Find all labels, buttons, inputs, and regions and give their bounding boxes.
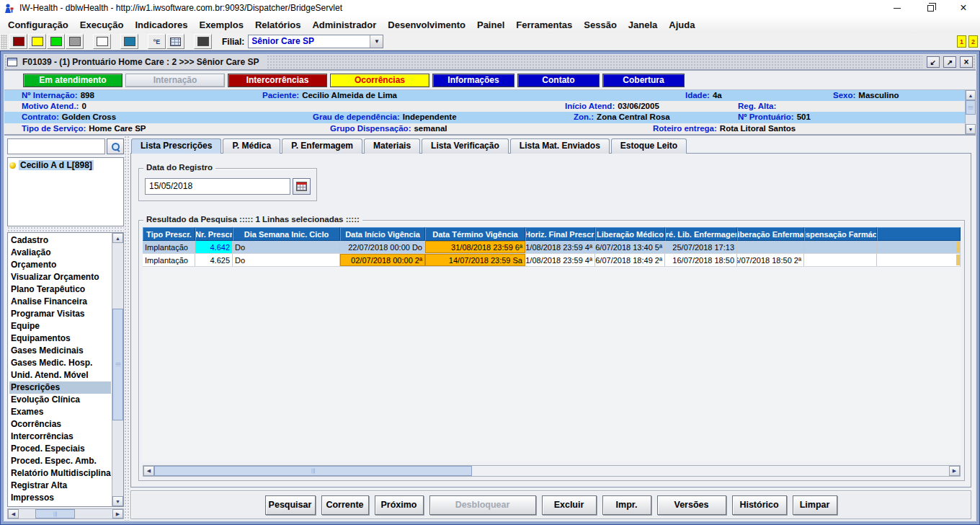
sidebar-item-instr-implantacao[interactable]: Instr. Implantação	[9, 504, 111, 506]
frame-close-button[interactable]: ×	[960, 56, 973, 68]
calendar-button[interactable]	[293, 178, 311, 195]
scroll-up-icon[interactable]: ▲	[112, 233, 123, 243]
tab-lista-prescricoes[interactable]: Lista Prescrições	[131, 138, 221, 154]
date-input[interactable]	[145, 178, 290, 195]
column-header-dia-semana-inic-ciclo[interactable]: Dia Semana Inic. Ciclo	[233, 227, 340, 241]
filial-combobox[interactable]: Sênior Care SP ▼	[248, 35, 383, 48]
sidebar-menu-scrollbar[interactable]: ▲ ▼	[112, 233, 123, 506]
sidebar-item-evolucao-clinica[interactable]: Evolução Clínica	[9, 394, 111, 406]
patient-info-scrollbar[interactable]: ▲ ▼	[965, 90, 976, 134]
tab-p-medica[interactable]: P. Médica	[223, 138, 280, 154]
sidebar-item-relatorio-multidisciplina[interactable]: Relatório Multidisciplina	[9, 467, 111, 480]
menu-janela[interactable]: Janela	[623, 18, 663, 32]
sidebar-item-impressos[interactable]: Impressos	[9, 492, 111, 504]
excluir-button[interactable]: Excluir	[542, 495, 597, 515]
sidebar-item-cadastro[interactable]: Cadastro	[9, 234, 111, 247]
sidebar-item-ocorrencias[interactable]: Ocorrências	[9, 418, 111, 431]
sidebar-item-orcamento[interactable]: Orçamento	[9, 259, 111, 271]
column-header-pre-lib-enfermagem[interactable]: Pré. Lib. Enfermagem	[665, 227, 737, 241]
toolbar-grip[interactable]	[1, 35, 7, 49]
search-button[interactable]	[107, 138, 124, 154]
tab-materiais[interactable]: Materiais	[364, 138, 420, 154]
tab-lista-verificacao[interactable]: Lista Verificação	[422, 138, 509, 154]
dark-red-swatch-button[interactable]	[9, 34, 27, 49]
pesquisar-button[interactable]: Pesquisar	[265, 495, 316, 515]
proximo-button[interactable]: Próximo	[375, 495, 424, 515]
sidebar-item-unid-atend-movel[interactable]: Unid. Atend. Móvel	[9, 369, 111, 381]
menu-painel[interactable]: Painel	[471, 18, 510, 32]
sidebar-item-prescricoes[interactable]: Prescrições	[9, 381, 111, 394]
column-header-horiz-final-prescr[interactable]: Horiz. Final Prescr.	[525, 227, 595, 241]
sidebar-item-programar-visitas[interactable]: Programar Visitas	[9, 308, 111, 320]
tab-estoque-leito[interactable]: Estoque Leito	[611, 138, 687, 154]
sidebar-splitter[interactable]	[124, 136, 130, 521]
impr-button[interactable]: Impr.	[602, 495, 651, 515]
column-header-nr-prescr[interactable]: Nr. Prescr	[195, 227, 233, 241]
minimize-button[interactable]	[881, 0, 914, 16]
close-button[interactable]: ×	[947, 0, 980, 16]
tree-item-cecilio-a-d-l-898[interactable]: Cecilio A d L[898]	[9, 160, 122, 170]
scroll-right-icon[interactable]: ▶	[112, 509, 123, 519]
table-row[interactable]: Implantação4.625Do02/07/2018 00:00 2ª14/…	[143, 254, 961, 267]
scrollbar-thumb[interactable]	[966, 100, 976, 115]
film-grid-button[interactable]	[166, 34, 184, 49]
menu-desenvolvimento[interactable]: Desenvolvimento	[382, 18, 471, 32]
sidebar-item-plano-terapeutico[interactable]: Plano Terapêutico	[9, 283, 111, 296]
menu-execucao[interactable]: Execução	[74, 18, 130, 32]
sidebar-item-intercorrencias[interactable]: Intercorrências	[9, 431, 111, 443]
frame-maximize-button[interactable]: ↗	[943, 56, 956, 68]
status-button-intercorrencias[interactable]: Intercorrências	[228, 74, 327, 87]
scroll-down-icon[interactable]: ▼	[966, 124, 976, 134]
tab-p-enfermagem[interactable]: P. Enfermagem	[282, 138, 362, 154]
column-header-tipo-prescr[interactable]: Tipo Prescr.	[143, 227, 195, 241]
menu-sessao[interactable]: Sessão	[578, 18, 623, 32]
restore-button[interactable]	[914, 0, 947, 16]
scroll-up-icon[interactable]: ▲	[966, 90, 976, 100]
scrollbar-thumb[interactable]	[154, 466, 472, 476]
scrollbar-thumb[interactable]	[112, 309, 123, 420]
internal-frame-titlebar[interactable]: F01039 - (1) Prontuário Home Care : 2 >>…	[4, 55, 976, 71]
status-button-informacoes[interactable]: Informações	[432, 74, 514, 87]
mini-button-1[interactable]: 1	[957, 35, 966, 48]
scroll-down-icon[interactable]: ▼	[112, 496, 123, 506]
sidebar-item-registrar-alta[interactable]: Registrar Alta	[9, 480, 111, 492]
column-header-liberacao-enfermag[interactable]: Liberação Enfermag	[737, 227, 804, 241]
white-swatch-button[interactable]	[93, 34, 111, 49]
status-button-cobertura[interactable]: Cobertura	[602, 74, 685, 87]
sidebar-item-equipamentos[interactable]: Equipamentos	[9, 332, 111, 345]
scrollbar-thumb[interactable]	[35, 509, 75, 519]
sidebar-item-avaliacao[interactable]: Avaliação	[9, 247, 111, 259]
sidebar-item-proced-especiais[interactable]: Proced. Especiais	[9, 443, 111, 455]
sidebar-item-gases-medic-hosp[interactable]: Gases Medic. Hosp.	[9, 357, 111, 369]
degree-e-button[interactable]: ºE	[148, 34, 166, 49]
table-row[interactable]: Implantação4.642Do22/07/2018 00:00 Do31/…	[143, 241, 961, 254]
search-input[interactable]	[7, 138, 105, 154]
yellow-swatch-button[interactable]	[28, 34, 46, 49]
status-button-em-atendimento[interactable]: Em atendimento	[23, 74, 122, 87]
sidebar-item-analise-financeira[interactable]: Analise Financeira	[9, 296, 111, 308]
column-header-data-inicio-vigencia[interactable]: Data Início Vigência	[340, 227, 425, 241]
corrente-button[interactable]: Corrente	[321, 495, 369, 515]
teal-swatch-button[interactable]	[120, 34, 138, 49]
menu-relatorios[interactable]: Relatórios	[249, 18, 307, 32]
sidebar-item-proced-espec-amb[interactable]: Proced. Espec. Amb.	[9, 455, 111, 467]
column-header-liberacao-medico[interactable]: Liberação Médico	[595, 227, 665, 241]
sidebar-item-gases-medicinais[interactable]: Gases Medicinais	[9, 345, 111, 357]
menu-administrador[interactable]: Administrador	[306, 18, 382, 32]
frame-minimize-button[interactable]: ↙	[927, 56, 940, 68]
sidebar-item-visualizar-orcamento[interactable]: Visualizar Orçamento	[9, 271, 111, 283]
menu-exemplos[interactable]: Exemplos	[193, 18, 249, 32]
sidebar-item-exames[interactable]: Exames	[9, 406, 111, 418]
gray-swatch-button[interactable]	[66, 34, 84, 49]
tab-lista-mat-enviados[interactable]: Lista Mat. Enviados	[510, 138, 610, 154]
menu-ajuda[interactable]: Ajuda	[663, 18, 700, 32]
menu-configuracao[interactable]: Configuração	[2, 18, 74, 32]
column-header-dispensacao-farmacia[interactable]: Dispensação Farmácia	[804, 227, 877, 241]
historico-button[interactable]: Histórico	[732, 495, 787, 515]
menu-indicadores[interactable]: Indicadores	[130, 18, 194, 32]
chevron-down-icon[interactable]: ▼	[370, 35, 383, 48]
scroll-right-icon[interactable]: ▶	[949, 466, 960, 476]
scroll-left-icon[interactable]: ◀	[8, 509, 19, 519]
versoes-button[interactable]: Versões	[657, 495, 726, 515]
menu-ferramentas[interactable]: Ferramentas	[510, 18, 578, 32]
